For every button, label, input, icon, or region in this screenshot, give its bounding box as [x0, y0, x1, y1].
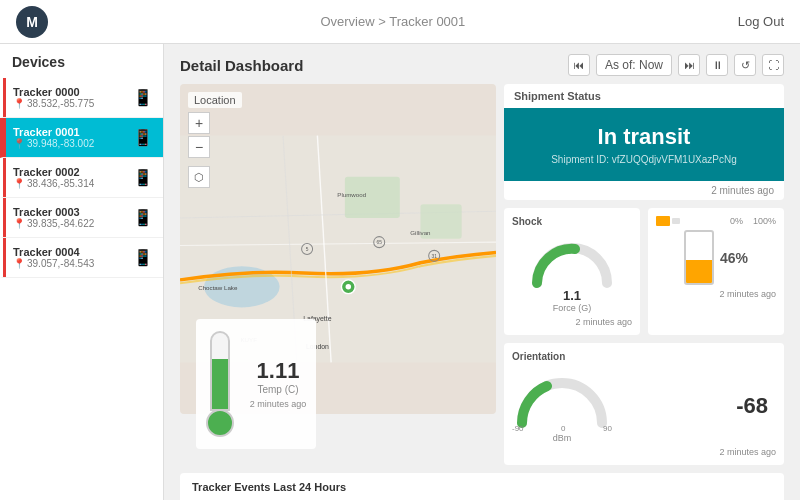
- device-name-4: Tracker 0004: [13, 246, 133, 258]
- sidebar: Devices Tracker 0000 📍 38.532,-85.775 📱 …: [0, 44, 164, 500]
- right-panels: Shipment Status In transit Shipment ID: …: [504, 84, 784, 465]
- dashboard-header: Detail Dashboard ⏮ As of: Now ⏭ ⏸ ↺ ⛶: [164, 44, 800, 84]
- orientation-value: -68: [736, 393, 768, 419]
- battery-bar: [684, 230, 714, 285]
- fullscreen-button[interactable]: ⛶: [762, 54, 784, 76]
- shock-title: Shock: [512, 216, 632, 227]
- shock-time: 2 minutes ago: [512, 317, 632, 327]
- refresh-button[interactable]: ↺: [734, 54, 756, 76]
- main-layout: Devices Tracker 0000 📍 38.532,-85.775 📱 …: [0, 44, 800, 500]
- map-layers[interactable]: ⬡: [188, 166, 210, 188]
- device-coords-2: 📍 38.436,-85.314: [13, 178, 133, 189]
- orientation-title: Orientation: [512, 351, 776, 362]
- shock-unit: Force (G): [553, 303, 592, 313]
- battery-panel: 0% 100% 46%: [648, 208, 784, 335]
- forward-button[interactable]: ⏭: [678, 54, 700, 76]
- svg-text:Choctaw Lake: Choctaw Lake: [198, 284, 238, 291]
- shock-gauge: 1.1 Force (G): [512, 233, 632, 313]
- logo-icon: M: [16, 6, 48, 38]
- device-name-2: Tracker 0002: [13, 166, 133, 178]
- dashboard-grid: Location + − ⬡: [164, 84, 800, 473]
- shock-value: 1.1: [563, 288, 581, 303]
- device-coords-0: 📍 38.532,-85.775: [13, 98, 133, 109]
- sidebar-title: Devices: [0, 44, 163, 78]
- device-item-4[interactable]: Tracker 0004 📍 39.057,-84.543 📱: [0, 238, 163, 278]
- logout-button[interactable]: Log Out: [738, 14, 784, 29]
- svg-text:5: 5: [306, 247, 309, 252]
- orientation-gauge: -90 0 90 dBm: [512, 368, 612, 443]
- as-of-label: As of: Now: [596, 54, 672, 76]
- svg-rect-0: [180, 136, 496, 363]
- device-coords-4: 📍 39.057,-84.543: [13, 258, 133, 269]
- shipment-status-box: In transit Shipment ID: vfZUQQdjvVFM1UXa…: [504, 108, 784, 181]
- dashboard-controls: ⏮ As of: Now ⏭ ⏸ ↺ ⛶: [568, 54, 784, 76]
- device-coords-1: 📍 39.948,-83.002: [13, 138, 133, 149]
- device-tracker-icon-2: 📱: [133, 168, 153, 187]
- battery-time: 2 minutes ago: [656, 289, 776, 299]
- events-header: Tracker Events Last 24 Hours: [180, 473, 784, 500]
- map-label: Location: [188, 92, 242, 108]
- events-panel: Tracker Events Last 24 Hours Level ⇅ Sub…: [180, 473, 784, 500]
- map-controls: + − ⬡: [188, 112, 210, 188]
- shipment-section-title: Shipment Status: [504, 84, 784, 108]
- shock-panel: Shock 1.1 Force (G) 2 minutes ago: [504, 208, 640, 335]
- content-area: Detail Dashboard ⏮ As of: Now ⏭ ⏸ ↺ ⛶ Lo…: [164, 44, 800, 500]
- svg-text:London: London: [306, 343, 329, 350]
- svg-text:KUYF: KUYF: [240, 336, 257, 343]
- battery-percent: 46%: [720, 250, 748, 266]
- dashboard-title: Detail Dashboard: [180, 57, 303, 74]
- sensor-row: Shock 1.1 Force (G) 2 minutes ago: [504, 208, 784, 335]
- device-name-0: Tracker 0000: [13, 86, 133, 98]
- svg-text:Lafayette: Lafayette: [303, 315, 331, 323]
- svg-text:Plumwood: Plumwood: [337, 191, 366, 198]
- device-coords-3: 📍 39.835,-84.622: [13, 218, 133, 229]
- device-tracker-icon-3: 📱: [133, 208, 153, 227]
- device-name-1: Tracker 0001: [13, 126, 133, 138]
- device-item-3[interactable]: Tracker 0003 📍 39.835,-84.622 📱: [0, 198, 163, 238]
- app-header: M Overview > Tracker 0001 Log Out: [0, 0, 800, 44]
- breadcrumb: Overview > Tracker 0001: [320, 14, 465, 29]
- device-tracker-icon-1: 📱: [133, 128, 153, 147]
- pause-button[interactable]: ⏸: [706, 54, 728, 76]
- map-zoom-in[interactable]: +: [188, 112, 210, 134]
- svg-text:Gillivan: Gillivan: [410, 229, 431, 236]
- device-name-3: Tracker 0003: [13, 206, 133, 218]
- battery-fill: [686, 260, 712, 283]
- device-item-2[interactable]: Tracker 0002 📍 38.436,-85.314 📱: [0, 158, 163, 198]
- rewind-button[interactable]: ⏮: [568, 54, 590, 76]
- device-tracker-icon-4: 📱: [133, 248, 153, 267]
- shipment-time: 2 minutes ago: [504, 181, 784, 200]
- device-item-0[interactable]: Tracker 0000 📍 38.532,-85.775 📱: [0, 78, 163, 118]
- orientation-time: 2 minutes ago: [512, 447, 776, 457]
- orientation-panel: Orientation -90 0: [504, 343, 784, 465]
- shipment-id-text: Shipment ID: vfZUQQdjvVFM1UXazPcNg: [516, 154, 772, 165]
- device-tracker-icon-0: 📱: [133, 88, 153, 107]
- svg-point-17: [346, 284, 351, 289]
- events-section: Tracker Events Last 24 Hours Level ⇅ Sub…: [164, 473, 800, 500]
- map-svg: 5 65 31 Plumwood Gillivan Lafayette Choc…: [180, 84, 496, 414]
- svg-text:31: 31: [432, 254, 438, 259]
- shipment-status-text: In transit: [516, 124, 772, 150]
- map-panel: Location + − ⬡: [180, 84, 496, 414]
- shipment-panel: Shipment Status In transit Shipment ID: …: [504, 84, 784, 200]
- map-zoom-out[interactable]: −: [188, 136, 210, 158]
- device-item-1[interactable]: Tracker 0001 📍 39.948,-83.002 📱: [0, 118, 163, 158]
- battery-display: 46%: [656, 230, 776, 285]
- svg-text:65: 65: [377, 240, 383, 245]
- logo-area: M: [16, 6, 48, 38]
